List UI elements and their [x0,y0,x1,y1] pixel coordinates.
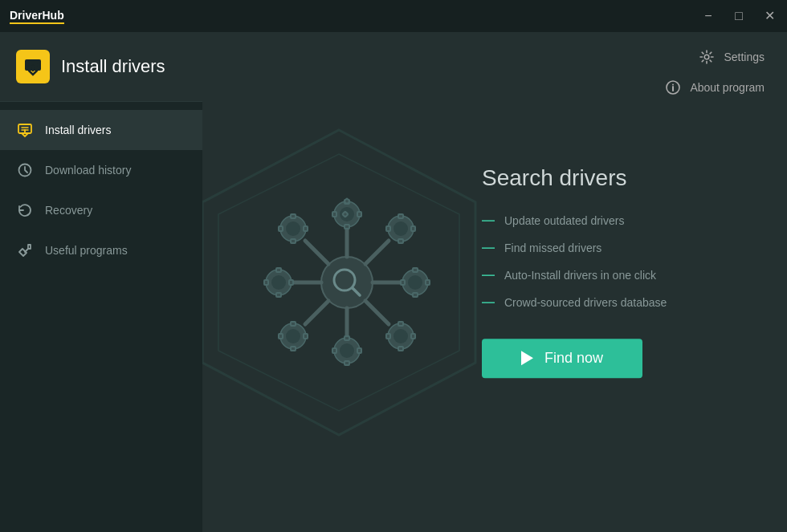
sidebar-logo-icon [16,50,50,83]
nav-label-useful-programs: Useful programs [45,244,128,257]
feature-text-0: Update outdated drivers [504,214,624,227]
recovery-icon [16,201,34,219]
svg-point-5 [672,84,674,86]
window-controls: − □ ✕ [700,8,777,24]
sidebar-item-install-drivers[interactable]: Install drivers [0,110,202,150]
sidebar-item-recovery[interactable]: Recovery [0,190,202,230]
minimize-button[interactable]: − [700,8,716,24]
svg-point-3 [705,55,710,59]
feature-list: — Update outdated drivers — Find missed … [482,213,739,310]
graphic-area [218,138,475,427]
play-icon [521,351,533,365]
maximize-button[interactable]: □ [731,8,747,24]
settings-button[interactable]: Settings [698,45,765,69]
main-content: Settings About program [202,32,787,532]
sidebar-nav: Install drivers Download history [0,102,202,532]
feature-item-0: — Update outdated drivers [482,213,739,228]
sidebar-item-download-history[interactable]: Download history [0,150,202,190]
feature-dash-3: — [482,295,495,310]
driver-icon [16,121,34,139]
find-now-label: Find now [544,350,603,367]
app-logo: DriverHub [10,9,64,24]
find-now-button[interactable]: Find now [482,339,642,378]
feature-item-1: — Find missed drivers [482,241,739,255]
hex-bg [202,114,508,451]
about-button[interactable]: About program [664,75,765,99]
about-label: About program [690,81,765,94]
sidebar-title: Install drivers [61,56,165,77]
clock-icon [16,161,34,179]
feature-dash-1: — [482,241,495,255]
feature-item-2: — Auto-Install drivers in one click [482,268,739,282]
app-body: Install drivers Install drivers [0,32,787,532]
settings-label: Settings [724,51,765,63]
search-title: Search drivers [482,165,739,191]
tools-icon [16,242,34,259]
feature-item-3: — Crowd-sourced drivers database [482,295,739,310]
nav-label-download-history: Download history [45,164,131,177]
feature-text-2: Auto-Install drivers in one click [504,269,656,282]
sidebar-item-useful-programs[interactable]: Useful programs [0,230,202,270]
sidebar: Install drivers Install drivers [0,32,202,532]
settings-icon [698,48,716,66]
right-panel: Search drivers — Update outdated drivers… [482,165,739,378]
feature-dash-2: — [482,268,495,282]
content-topbar: Settings About program [642,32,787,112]
svg-marker-7 [218,154,459,411]
app-name: DriverHub [10,9,64,24]
info-icon [664,79,682,96]
feature-text-3: Crowd-sourced drivers database [504,296,667,309]
feature-dash-0: — [482,213,495,228]
svg-marker-6 [202,130,475,435]
nav-label-recovery: Recovery [45,204,92,217]
sidebar-header: Install drivers [0,32,202,102]
nav-label-install-drivers: Install drivers [45,124,111,136]
close-button[interactable]: ✕ [761,8,777,24]
titlebar: DriverHub − □ ✕ [0,0,787,32]
feature-text-1: Find missed drivers [504,242,601,254]
